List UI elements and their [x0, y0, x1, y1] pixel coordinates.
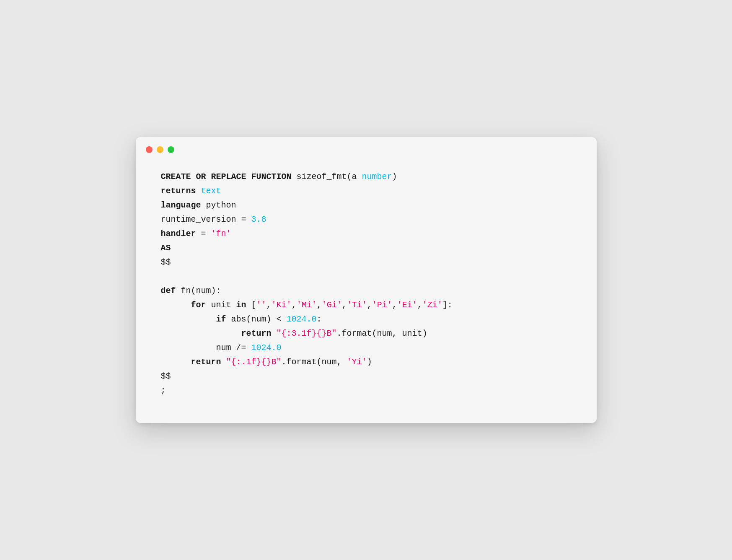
keyword-for: for	[191, 300, 206, 310]
code-line-1: CREATE OR REPLACE FUNCTION sizeof_fmt(a …	[161, 170, 572, 184]
keyword-return-1: return	[241, 329, 272, 338]
titlebar	[136, 137, 597, 157]
value-1024-2: 1024.0	[251, 343, 282, 353]
keyword-language: language	[161, 200, 201, 210]
value-runtime: 3.8	[251, 215, 266, 224]
keyword-def: def	[161, 286, 176, 296]
keyword-returns: returns	[161, 186, 196, 196]
minimize-button[interactable]	[157, 146, 163, 153]
code-line-6: AS	[161, 241, 572, 255]
close-button[interactable]	[146, 146, 153, 153]
string-format-1: "{:3.1f}{}B"	[277, 329, 337, 338]
string-list: ''	[256, 300, 266, 310]
code-line-10: for unit in ['','Ki','Mi','Gi','Ti','Pi'…	[161, 298, 572, 312]
type-text: text	[201, 186, 221, 196]
keyword-if: if	[216, 314, 226, 324]
value-1024-1: 1024.0	[287, 314, 317, 324]
string-format-2: "{:.1f}{}B"	[226, 357, 282, 367]
code-line-9: def fn(num):	[161, 284, 572, 298]
code-line-2: returns text	[161, 184, 572, 198]
code-line-14: return "{:.1f}{}B".format(num, 'Yi')	[161, 355, 572, 369]
blank-line	[161, 270, 572, 284]
code-window: CREATE OR REPLACE FUNCTION sizeof_fmt(a …	[136, 137, 597, 423]
code-line-12: return "{:3.1f}{}B".format(num, unit)	[161, 327, 572, 341]
string-yi: 'Yi'	[347, 357, 367, 367]
code-line-7: $$	[161, 255, 572, 270]
keyword-handler: handler	[161, 229, 196, 239]
code-line-4: runtime_version = 3.8	[161, 213, 572, 227]
code-line-11: if abs(num) < 1024.0:	[161, 312, 572, 327]
maximize-button[interactable]	[168, 146, 174, 153]
code-line-15: $$	[161, 369, 572, 384]
keyword-return-2: return	[191, 357, 221, 367]
code-line-16: ;	[161, 384, 572, 398]
code-line-3: language python	[161, 198, 572, 213]
type-number: number	[362, 172, 392, 181]
keyword-create: CREATE OR REPLACE FUNCTION	[161, 172, 292, 181]
code-line-5: handler = 'fn'	[161, 227, 572, 241]
keyword-in: in	[236, 300, 246, 310]
keyword-as: AS	[161, 243, 171, 253]
code-line-13: num /= 1024.0	[161, 341, 572, 355]
code-editor: CREATE OR REPLACE FUNCTION sizeof_fmt(a …	[136, 157, 597, 423]
string-fn: 'fn'	[211, 229, 231, 239]
